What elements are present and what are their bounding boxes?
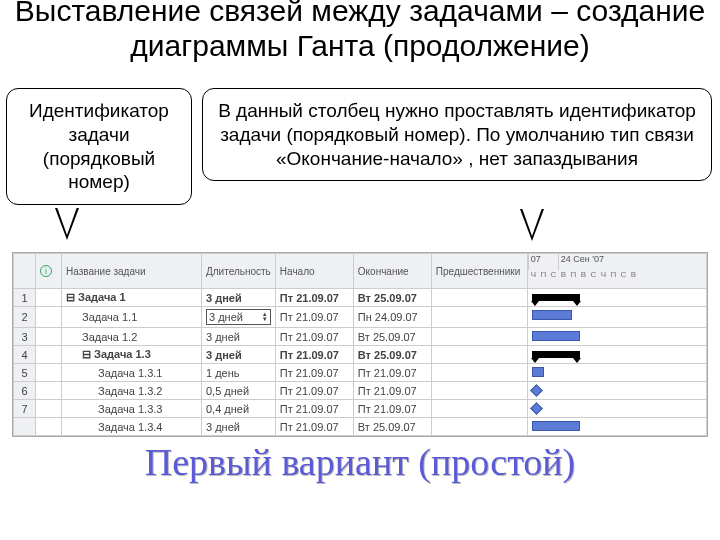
milestone-icon[interactable]	[530, 384, 543, 397]
col-header-end[interactable]: Окончание	[353, 254, 431, 289]
predecessor-cell[interactable]	[431, 346, 527, 364]
gantt-cell[interactable]	[527, 382, 706, 400]
milestone-icon[interactable]	[530, 402, 543, 415]
table-row[interactable]: 3Задача 1.23 днейПт 21.09.07Вт 25.09.07	[14, 328, 707, 346]
row-index[interactable]: 3	[14, 328, 36, 346]
task-name-cell[interactable]: Задача 1.3.2	[62, 382, 202, 400]
duration-cell[interactable]: 3 дней▲▼	[202, 307, 276, 328]
start-cell[interactable]: Пт 21.09.07	[275, 328, 353, 346]
gantt-week-1: 07	[528, 254, 558, 270]
table-row[interactable]: 6Задача 1.3.20,5 днейПт 21.09.07Пт 21.09…	[14, 382, 707, 400]
task-bar[interactable]	[532, 421, 580, 431]
task-name-cell[interactable]: Задача 1.3.3	[62, 400, 202, 418]
table-row[interactable]: 7Задача 1.3.30,4 днейПт 21.09.07Пт 21.09…	[14, 400, 707, 418]
task-name: Задача 1.2	[82, 331, 137, 343]
predecessor-cell[interactable]	[431, 418, 527, 436]
predecessor-cell[interactable]	[431, 382, 527, 400]
gantt-cell[interactable]	[527, 400, 706, 418]
task-name-cell[interactable]: Задача 1.3.4	[62, 418, 202, 436]
row-index[interactable]: 6	[14, 382, 36, 400]
col-header-duration[interactable]: Длительность	[202, 254, 276, 289]
row-info	[36, 418, 62, 436]
table-row[interactable]: Задача 1.3.43 днейПт 21.09.07Вт 25.09.07	[14, 418, 707, 436]
row-index[interactable]: 1	[14, 289, 36, 307]
callout-id: Идентификатор задачи (порядковый номер)	[6, 88, 192, 205]
table-row[interactable]: 5Задача 1.3.11 деньПт 21.09.07Пт 21.09.0…	[14, 364, 707, 382]
predecessor-cell[interactable]	[431, 328, 527, 346]
gantt-cell[interactable]	[527, 307, 706, 328]
task-name-cell[interactable]: ⊟ Задача 1.3	[62, 346, 202, 364]
end-cell[interactable]: Пн 24.09.07	[353, 307, 431, 328]
duration-input[interactable]: 3 дней▲▼	[206, 309, 271, 325]
callout-pred-tail-fill	[522, 208, 542, 236]
gantt-cell[interactable]	[527, 418, 706, 436]
duration-cell[interactable]: 0,4 дней	[202, 400, 276, 418]
task-name: Задача 1.3.3	[98, 403, 162, 415]
task-bar[interactable]	[532, 331, 580, 341]
task-name: Задача 1.1	[82, 311, 137, 323]
task-name-cell[interactable]: ⊟ Задача 1	[62, 289, 202, 307]
end-cell[interactable]: Вт 25.09.07	[353, 289, 431, 307]
row-index[interactable]: 4	[14, 346, 36, 364]
row-info	[36, 400, 62, 418]
col-header-start[interactable]: Начало	[275, 254, 353, 289]
duration-spinner[interactable]: ▲▼	[262, 312, 268, 322]
row-info	[36, 382, 62, 400]
start-cell[interactable]: Пт 21.09.07	[275, 346, 353, 364]
start-cell[interactable]: Пт 21.09.07	[275, 364, 353, 382]
duration-cell[interactable]: 3 дней	[202, 418, 276, 436]
task-name-cell[interactable]: Задача 1.3.1	[62, 364, 202, 382]
table-row[interactable]: 2Задача 1.13 дней▲▼Пт 21.09.07Пн 24.09.0…	[14, 307, 707, 328]
collapse-icon[interactable]: ⊟	[82, 348, 94, 360]
row-index[interactable]	[14, 418, 36, 436]
predecessor-cell[interactable]	[431, 307, 527, 328]
end-cell[interactable]: Пт 21.09.07	[353, 382, 431, 400]
row-info	[36, 328, 62, 346]
end-cell[interactable]: Пт 21.09.07	[353, 364, 431, 382]
gantt-cell[interactable]	[527, 328, 706, 346]
task-bar[interactable]	[532, 310, 572, 320]
col-header-info[interactable]: i	[36, 254, 62, 289]
start-cell[interactable]: Пт 21.09.07	[275, 382, 353, 400]
row-index[interactable]: 5	[14, 364, 36, 382]
predecessor-cell[interactable]	[431, 400, 527, 418]
subtitle-variant: Первый вариант (простой)	[0, 440, 720, 484]
duration-cell[interactable]: 3 дней	[202, 328, 276, 346]
end-cell[interactable]: Вт 25.09.07	[353, 346, 431, 364]
col-header-predecessors[interactable]: Предшественники	[431, 254, 527, 289]
collapse-icon[interactable]: ⊟	[66, 291, 78, 303]
duration-cell[interactable]: 3 дней	[202, 346, 276, 364]
task-name: Задача 1.3.2	[98, 385, 162, 397]
start-cell[interactable]: Пт 21.09.07	[275, 289, 353, 307]
table-row[interactable]: 1⊟ Задача 13 днейПт 21.09.07Вт 25.09.07	[14, 289, 707, 307]
task-name-cell[interactable]: Задача 1.2	[62, 328, 202, 346]
start-cell[interactable]: Пт 21.09.07	[275, 400, 353, 418]
task-bar[interactable]	[532, 367, 544, 377]
gantt-cell[interactable]	[527, 346, 706, 364]
end-cell[interactable]: Вт 25.09.07	[353, 418, 431, 436]
summary-bar[interactable]	[532, 294, 580, 301]
task-name: Задача 1	[78, 291, 126, 303]
row-index[interactable]: 7	[14, 400, 36, 418]
info-icon: i	[40, 265, 52, 277]
task-name-cell[interactable]: Задача 1.1	[62, 307, 202, 328]
gantt-cell[interactable]	[527, 289, 706, 307]
gantt-cell[interactable]	[527, 364, 706, 382]
end-cell[interactable]: Вт 25.09.07	[353, 328, 431, 346]
predecessor-cell[interactable]	[431, 364, 527, 382]
start-cell[interactable]: Пт 21.09.07	[275, 307, 353, 328]
col-header-index[interactable]	[14, 254, 36, 289]
end-cell[interactable]: Пт 21.09.07	[353, 400, 431, 418]
predecessor-cell[interactable]	[431, 289, 527, 307]
duration-cell[interactable]: 0,5 дней	[202, 382, 276, 400]
start-cell[interactable]: Пт 21.09.07	[275, 418, 353, 436]
duration-cell[interactable]: 3 дней	[202, 289, 276, 307]
row-info	[36, 364, 62, 382]
col-header-name[interactable]: Название задачи	[62, 254, 202, 289]
duration-cell[interactable]: 1 день	[202, 364, 276, 382]
row-index[interactable]: 2	[14, 307, 36, 328]
table-row[interactable]: 4⊟ Задача 1.33 днейПт 21.09.07Вт 25.09.0…	[14, 346, 707, 364]
summary-bar[interactable]	[532, 351, 580, 358]
row-info	[36, 307, 62, 328]
callout-id-tail-fill	[57, 207, 77, 235]
